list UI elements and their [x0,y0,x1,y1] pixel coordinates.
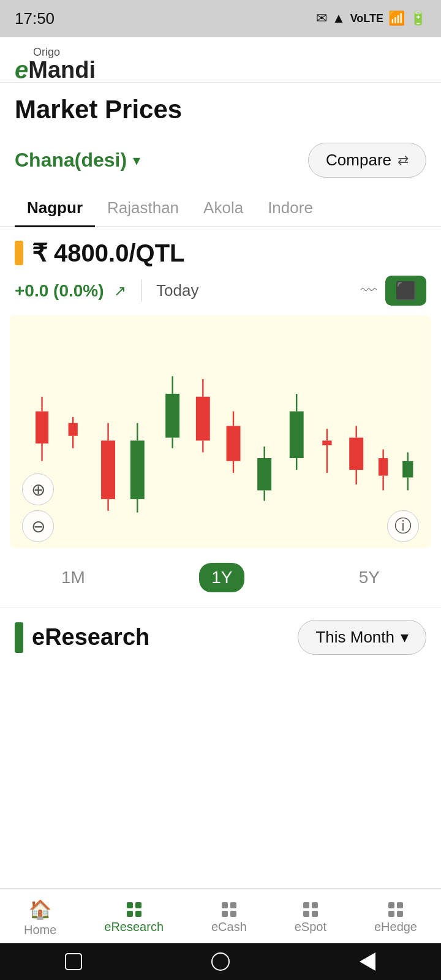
time-range-selector: 1M 1Y 5Y [0,548,441,607]
svg-rect-17 [196,397,210,441]
recents-icon [65,953,82,970]
zoom-in-button[interactable]: ⊕ [22,473,54,505]
svg-rect-35 [379,458,388,476]
compare-label: Compare [326,151,391,170]
today-label: Today [156,281,198,300]
volte-icon: VoLTE [350,12,383,25]
bottom-navigation: 🏠 Home eResearch eCash eSpot eHedge [0,888,441,943]
compare-button[interactable]: Compare ⇄ [308,143,426,178]
back-icon [360,952,375,971]
tab-indore[interactable]: Indore [255,190,325,226]
info-icon: ⓘ [394,514,412,538]
time-1m-button[interactable]: 1M [49,563,97,592]
espot-nav-icon [303,902,318,917]
battery-icon: 🔋 [410,10,426,26]
nav-item-ecash[interactable]: eCash [211,902,247,934]
vertical-divider [141,280,142,302]
eresearch-title-row: eResearch [15,622,149,653]
chart-svg [10,315,431,548]
this-month-filter-button[interactable]: This Month ▾ [298,620,426,655]
eresearch-title: eResearch [32,624,149,650]
time-1y-button[interactable]: 1Y [199,563,244,592]
app-header: Origo e Mandi [0,37,441,83]
svg-rect-8 [101,440,115,499]
price-section: ₹ 4800.0/QTL [0,227,441,273]
nav-item-ehedge[interactable]: eHedge [374,902,417,934]
zoom-in-icon: ⊕ [31,480,45,500]
back-button[interactable] [354,948,381,975]
trend-up-icon: ↗ [114,282,126,300]
price-change: +0.0 (0.0%) [15,281,104,301]
location-tabs: Nagpur Rajasthan Akola Indore [0,190,441,227]
ehedge-nav-icon [388,902,403,917]
svg-rect-23 [257,458,271,491]
home-sys-icon [211,952,230,971]
svg-rect-14 [165,394,179,438]
commodity-row: Chana(desi) ▾ Compare ⇄ [0,130,441,190]
nav-label-ecash: eCash [211,920,247,934]
nav-label-home: Home [24,923,56,937]
nav-label-eresearch: eResearch [104,920,164,934]
time-5y-button[interactable]: 5Y [347,563,392,592]
ecash-nav-icon [222,902,236,917]
zoom-out-button[interactable]: ⊖ [22,510,54,542]
tab-rajasthan[interactable]: Rajasthan [95,190,191,226]
svg-rect-2 [36,412,48,444]
page-title: Market Prices [15,95,426,124]
svg-rect-26 [290,412,304,458]
commodity-name: Chana(desi) [15,149,127,172]
nav-item-espot[interactable]: eSpot [295,902,326,934]
status-time: 17:50 [15,9,55,28]
eresearch-section: eResearch This Month ▾ [0,607,441,661]
change-row: +0.0 (0.0%) ↗ Today 〰 ⬛ [0,273,441,315]
line-chart-icon[interactable]: 〰 [361,281,377,300]
status-bar: 17:50 ✉ ▲ VoLTE 📶 🔋 [0,0,441,37]
chevron-down-icon: ▾ [133,152,140,169]
nav-item-eresearch[interactable]: eResearch [104,902,164,934]
compare-arrows-icon: ⇄ [398,153,409,168]
nav-label-ehedge: eHedge [374,920,417,934]
info-button[interactable]: ⓘ [387,510,419,542]
svg-rect-20 [227,426,241,461]
home-button[interactable] [207,948,234,975]
svg-rect-11 [130,440,145,499]
eresearch-indicator-dot [15,622,23,653]
nav-label-espot: eSpot [295,920,326,934]
price-indicator-dot [15,241,23,265]
logo-origo-text: Origo [33,47,426,58]
wifi-icon: ▲ [332,10,345,26]
candlestick-icon: ⬛ [395,281,417,301]
tab-nagpur[interactable]: Nagpur [15,190,95,226]
candlestick-chart-button[interactable]: ⬛ [385,276,426,306]
page-title-section: Market Prices [0,83,441,130]
logo-mandi: Mandi [28,58,96,81]
chart-controls: 〰 ⬛ [361,276,426,306]
commodity-selector[interactable]: Chana(desi) ▾ [15,149,140,172]
this-month-label: This Month [315,628,394,647]
gmail-icon: ✉ [316,10,327,26]
home-icon: 🏠 [29,899,51,920]
status-icons: ✉ ▲ VoLTE 📶 🔋 [316,10,426,26]
app-logo: e Mandi [15,58,426,82]
candlestick-chart-area: ⊕ ⊖ ⓘ [10,315,431,548]
svg-rect-32 [349,438,363,470]
system-navigation-bar [0,943,441,980]
signal-icon: 📶 [388,10,405,26]
filter-chevron-down-icon: ▾ [401,628,409,647]
logo-e: e [15,58,28,82]
svg-rect-5 [69,423,78,436]
recent-apps-button[interactable] [60,948,87,975]
svg-rect-38 [402,461,413,478]
svg-rect-29 [322,440,331,445]
eresearch-nav-icon [127,902,141,917]
zoom-out-icon: ⊖ [31,516,45,537]
nav-item-home[interactable]: 🏠 Home [24,899,56,937]
tab-akola[interactable]: Akola [191,190,255,226]
price-value: ₹ 4800.0/QTL [32,239,185,267]
